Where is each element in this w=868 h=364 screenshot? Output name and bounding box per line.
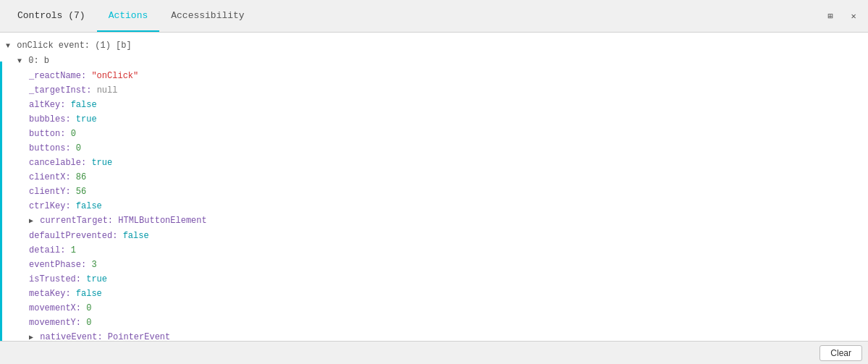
prop-key: altKey: bbox=[29, 100, 65, 110]
close-icon[interactable]: ✕ bbox=[845, 7, 862, 25]
prop-key: clientY: bbox=[29, 187, 71, 197]
list-item: metaKey: false bbox=[0, 287, 868, 301]
tab-accessibility-label: Accessibility bbox=[171, 10, 244, 21]
prop-key: _targetInst: bbox=[29, 85, 91, 96]
list-item: button: 0 bbox=[0, 127, 868, 141]
collapse-arrow[interactable]: ▼ bbox=[6, 42, 10, 50]
prop-key: _reactName: bbox=[29, 71, 86, 81]
list-item: clientY: 56 bbox=[0, 185, 868, 199]
prop-value: false bbox=[71, 100, 97, 110]
prop-key: metaKey: bbox=[29, 289, 71, 299]
list-item: ▼ 0: b bbox=[0, 54, 868, 69]
prop-key: defaultPrevented: bbox=[29, 231, 117, 241]
prop-value: true bbox=[86, 274, 107, 284]
accent-bar bbox=[0, 62, 2, 341]
prop-key: movementX: bbox=[29, 303, 81, 313]
tab-icons: ⊞ ✕ bbox=[822, 7, 862, 25]
tab-controls[interactable]: Controls (7) bbox=[6, 0, 97, 32]
prop-key: cancelable: bbox=[29, 158, 86, 168]
prop-value: 0 bbox=[86, 303, 91, 313]
event-label: onClick event: (1) [b] bbox=[17, 41, 131, 51]
prop-value: false bbox=[76, 201, 102, 211]
list-item: cancelable: true bbox=[0, 156, 868, 170]
prop-value: 1 bbox=[71, 245, 76, 255]
list-item: defaultPrevented: false bbox=[0, 229, 868, 243]
prop-key: currentTarget: bbox=[40, 216, 113, 226]
list-item: ctrlKey: false bbox=[0, 199, 868, 213]
prop-value: false bbox=[123, 231, 149, 241]
list-item: buttons: 0 bbox=[0, 141, 868, 156]
prop-key: buttons: bbox=[29, 143, 71, 153]
expand-arrow[interactable]: ▶ bbox=[29, 334, 33, 341]
prop-value: 0 bbox=[76, 143, 81, 153]
list-item: _reactName: "onClick" bbox=[0, 69, 868, 83]
bottom-bar: Clear bbox=[0, 341, 868, 364]
prop-key: nativeEvent: bbox=[40, 332, 102, 341]
prop-value: null bbox=[97, 85, 118, 96]
expand-arrow[interactable]: ▶ bbox=[29, 217, 33, 225]
object-label: 0: b bbox=[28, 56, 49, 66]
prop-value: 3 bbox=[91, 260, 96, 270]
prop-value: false bbox=[76, 289, 102, 299]
panel-toggle-icon[interactable]: ⊞ bbox=[822, 7, 839, 25]
prop-value: "onClick" bbox=[91, 71, 138, 81]
prop-value: 0 bbox=[86, 318, 91, 328]
tab-actions[interactable]: Actions bbox=[97, 0, 160, 32]
prop-key: button: bbox=[29, 129, 65, 139]
prop-key: movementY: bbox=[29, 318, 81, 328]
list-item: ▶ currentTarget: HTMLButtonElement bbox=[0, 213, 868, 229]
tab-actions-label: Actions bbox=[109, 10, 148, 21]
list-item: clientX: 86 bbox=[0, 170, 868, 185]
list-item: detail: 1 bbox=[0, 243, 868, 258]
prop-key: clientX: bbox=[29, 172, 71, 182]
prop-key: isTrusted: bbox=[29, 274, 81, 284]
content-area: ▼ onClick event: (1) [b] ▼ 0: b _reactNa… bbox=[0, 33, 868, 341]
list-item: movementX: 0 bbox=[0, 301, 868, 316]
prop-key: ctrlKey: bbox=[29, 201, 71, 211]
list-item: ▼ onClick event: (1) [b] bbox=[0, 38, 868, 54]
list-item: bubbles: true bbox=[0, 112, 868, 127]
list-item: movementY: 0 bbox=[0, 316, 868, 330]
prop-key: bubbles: bbox=[29, 114, 71, 124]
list-item: eventPhase: 3 bbox=[0, 258, 868, 272]
list-item: altKey: false bbox=[0, 98, 868, 112]
prop-value: HTMLButtonElement bbox=[118, 216, 206, 226]
clear-button[interactable]: Clear bbox=[819, 345, 862, 361]
list-item: _targetInst: null bbox=[0, 83, 868, 98]
prop-value: 86 bbox=[76, 172, 86, 182]
prop-value: 56 bbox=[76, 187, 86, 197]
prop-value: true bbox=[91, 158, 112, 168]
prop-key: eventPhase: bbox=[29, 260, 86, 270]
prop-value: 0 bbox=[71, 129, 76, 139]
tab-bar: Controls (7) Actions Accessibility ⊞ ✕ bbox=[0, 0, 868, 33]
list-item: ▶ nativeEvent: PointerEvent bbox=[0, 330, 868, 341]
prop-key: detail: bbox=[29, 245, 65, 255]
tab-accessibility[interactable]: Accessibility bbox=[159, 0, 256, 32]
prop-value: PointerEvent bbox=[108, 332, 170, 341]
list-item: isTrusted: true bbox=[0, 272, 868, 287]
tab-controls-label: Controls (7) bbox=[17, 10, 85, 21]
collapse-arrow[interactable]: ▼ bbox=[17, 57, 22, 65]
prop-value: true bbox=[76, 114, 97, 124]
